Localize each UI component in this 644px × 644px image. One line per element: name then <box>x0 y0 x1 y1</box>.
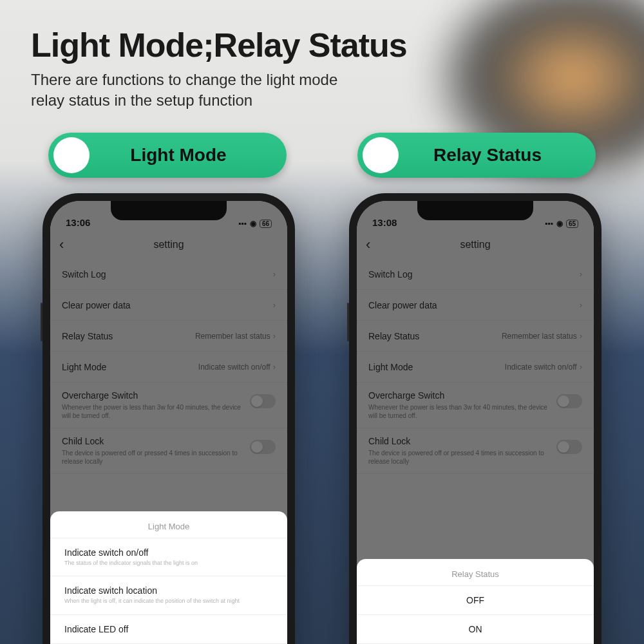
light-mode-sheet: Light Mode Indicate switch on/off The st… <box>50 511 287 644</box>
phone-left: 13:06 ▪▪▪ ◉ 66 ‹ setting Switch Log › Cl… <box>43 193 295 644</box>
sheet-title: Relay Status <box>357 559 594 585</box>
option-desc: When the light is off, it can indicate t… <box>64 598 273 605</box>
option-indicate-location[interactable]: Indicate switch location When the light … <box>50 576 287 614</box>
page-title: Light Mode;Relay Status <box>31 26 407 64</box>
page-header: Light Mode;Relay Status There are functi… <box>31 26 407 111</box>
screen: 13:08 ▪▪▪ ◉ 65 ‹ setting Switch Log › Cl… <box>357 201 594 644</box>
relay-status-pill[interactable]: Relay Status <box>357 133 596 178</box>
phone-right: 13:08 ▪▪▪ ◉ 65 ‹ setting Switch Log › Cl… <box>349 193 601 644</box>
sheet-title: Light Mode <box>50 511 287 538</box>
pill-label: Relay Status <box>399 145 596 166</box>
screen: 13:06 ▪▪▪ ◉ 66 ‹ setting Switch Log › Cl… <box>50 201 287 644</box>
option-off[interactable]: OFF <box>357 585 594 614</box>
option-on[interactable]: ON <box>357 614 594 643</box>
option-desc: The status of the indicator signals that… <box>64 560 273 567</box>
page-subtitle: There are functions to change the light … <box>31 70 407 111</box>
toggle-knob <box>53 137 90 173</box>
option-label: OFF <box>466 595 484 605</box>
pill-label: Light Mode <box>90 145 287 166</box>
light-mode-pill[interactable]: Light Mode <box>48 133 287 178</box>
option-led-off[interactable]: Indicate LED off <box>50 614 287 643</box>
pill-row: Light Mode Relay Status <box>0 133 644 178</box>
toggle-knob <box>363 137 399 173</box>
relay-status-sheet: Relay Status OFF ON Remember last status… <box>357 559 594 644</box>
option-label: Indicate switch on/off <box>64 547 273 558</box>
option-indicate-on-off[interactable]: Indicate switch on/off The status of the… <box>50 538 287 576</box>
option-label: ON <box>469 624 482 634</box>
phones-row: 13:06 ▪▪▪ ◉ 66 ‹ setting Switch Log › Cl… <box>0 193 644 644</box>
option-label: Indicate switch location <box>64 585 273 596</box>
option-label: Indicate LED off <box>64 624 273 634</box>
